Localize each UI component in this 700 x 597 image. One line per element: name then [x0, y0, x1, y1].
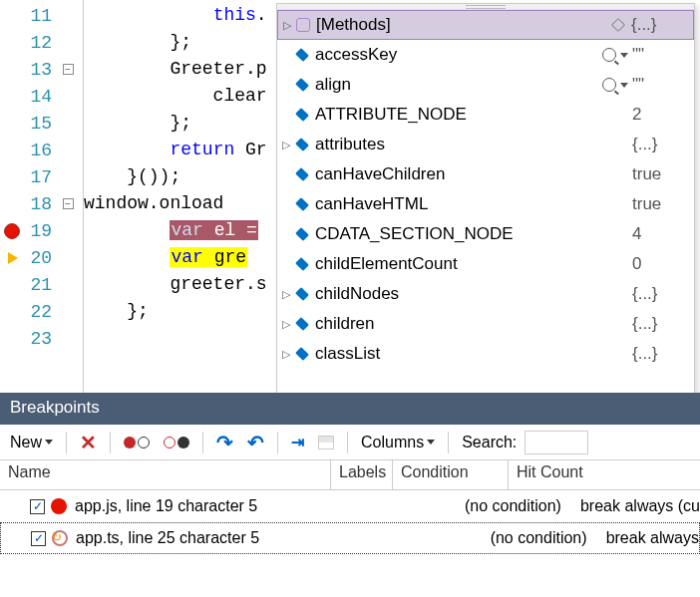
member-value: true: [628, 164, 688, 184]
undo-icon: ↶: [247, 431, 264, 454]
field-icon: [293, 345, 311, 363]
field-icon: [293, 255, 311, 273]
line-number: 14: [24, 87, 58, 107]
breakpoint-glyph-icon[interactable]: [4, 223, 20, 239]
breakpoints-list: ✓ app.js, line 19 character 5 (no condit…: [0, 490, 700, 554]
enable-icon: [124, 437, 150, 448]
col-name[interactable]: Name: [0, 460, 331, 489]
new-breakpoint-button[interactable]: New: [4, 431, 59, 454]
line-number: 17: [24, 167, 58, 187]
pin-icon[interactable]: [611, 18, 625, 32]
intellisense-popup[interactable]: ▷ [Methods] {...} accessKey"" align"" AT…: [276, 3, 695, 397]
search-input[interactable]: [525, 431, 588, 454]
member-name: classList: [315, 344, 628, 364]
breakpoint-row[interactable]: ✓ app.js, line 19 character 5 (no condit…: [0, 490, 700, 522]
popup-row[interactable]: ▷childNodes{...}: [277, 279, 694, 309]
dropdown-icon[interactable]: [620, 53, 628, 58]
member-name: ATTRIBUTE_NODE: [315, 105, 628, 125]
bp-name: app.ts, line 25 character 5: [76, 529, 429, 547]
field-icon: [293, 315, 311, 333]
field-icon: [293, 106, 311, 124]
checkbox[interactable]: ✓: [31, 531, 46, 546]
expand-icon[interactable]: ▷: [280, 19, 294, 32]
export-button[interactable]: ↷: [210, 428, 239, 457]
goto-disassembly-button[interactable]: [312, 433, 340, 452]
enable-all-button[interactable]: [118, 434, 156, 451]
gutter: 11 12 13− 14 15 16 17 18− 19 20 21 22 23: [0, 0, 84, 393]
separator: [66, 432, 67, 453]
goto-source-button[interactable]: ⇥: [285, 430, 310, 454]
popup-row-methods[interactable]: ▷ [Methods] {...}: [277, 10, 694, 40]
member-name: canHaveChildren: [315, 164, 628, 184]
columns-button[interactable]: Columns: [355, 431, 441, 454]
line-number: 21: [24, 275, 58, 295]
current-line-arrow-icon: [8, 252, 18, 264]
separator: [347, 432, 348, 453]
separator: [277, 432, 278, 453]
member-name: children: [315, 314, 628, 334]
member-value: {...}: [628, 314, 688, 334]
dropdown-icon[interactable]: [620, 83, 628, 88]
popup-row[interactable]: canHaveChildrentrue: [277, 159, 694, 189]
line-number: 22: [24, 302, 58, 322]
import-button[interactable]: ↶: [241, 428, 270, 457]
delete-breakpoint-button[interactable]: ✕: [74, 428, 103, 457]
expand-icon[interactable]: ▷: [279, 348, 293, 361]
checkbox[interactable]: ✓: [30, 499, 45, 514]
field-icon: [293, 225, 311, 243]
disable-all-button[interactable]: [158, 434, 195, 451]
line-number: 20: [24, 248, 58, 268]
search-label: Search:: [456, 431, 523, 454]
line-number: 19: [24, 221, 58, 241]
member-name: CDATA_SECTION_NODE: [315, 224, 628, 244]
member-name: accessKey: [315, 45, 602, 65]
fold-toggle[interactable]: −: [63, 64, 74, 75]
popup-row[interactable]: accessKey"": [277, 40, 694, 70]
popup-row[interactable]: ATTRIBUTE_NODE2: [277, 100, 694, 130]
col-condition[interactable]: Condition: [393, 460, 509, 489]
mapped-breakpoint-icon: [52, 530, 68, 546]
expand-icon[interactable]: ▷: [279, 139, 293, 151]
popup-row[interactable]: CDATA_SECTION_NODE4: [277, 219, 694, 249]
line-number: 11: [24, 6, 58, 26]
goto-icon: ⇥: [291, 433, 304, 451]
member-name: align: [315, 75, 602, 95]
separator: [448, 432, 449, 453]
popup-row[interactable]: ▷attributes{...}: [277, 130, 694, 159]
breakpoints-panel: Breakpoints New ✕ ↷ ↶ ⇥ Columns Search: …: [0, 393, 700, 597]
breakpoint-icon: [51, 498, 67, 514]
member-value: "": [628, 75, 688, 95]
magnifier-icon[interactable]: [602, 78, 616, 92]
breakpoint-row[interactable]: ✓ app.ts, line 25 character 5 (no condit…: [0, 522, 700, 554]
field-icon: [293, 136, 311, 153]
popup-row[interactable]: align"": [277, 70, 694, 100]
magnifier-icon[interactable]: [602, 48, 616, 62]
expand-icon[interactable]: ▷: [279, 288, 293, 301]
member-value: 4: [628, 224, 688, 244]
disable-icon: [164, 437, 189, 448]
col-labels[interactable]: Labels: [331, 460, 393, 489]
member-value: "": [628, 45, 688, 65]
member-value: {...}: [627, 15, 687, 35]
fold-toggle[interactable]: −: [63, 198, 74, 209]
member-name: [Methods]: [316, 15, 609, 35]
member-value: {...}: [628, 135, 688, 154]
popup-row[interactable]: ▷children{...}: [277, 309, 694, 339]
member-name: childElementCount: [315, 254, 628, 274]
field-icon: [293, 46, 311, 64]
field-icon: [293, 76, 311, 94]
bp-hit: break always (cu: [580, 497, 700, 515]
member-value: 0: [628, 254, 688, 274]
popup-row[interactable]: childElementCount0: [277, 249, 694, 279]
line-number: 16: [24, 141, 58, 160]
line-number: 12: [24, 33, 58, 53]
member-value: {...}: [628, 344, 688, 364]
member-value: 2: [628, 105, 688, 125]
breakpoints-header: Name Labels Condition Hit Count: [0, 460, 700, 490]
method-icon: [294, 16, 312, 34]
popup-row[interactable]: ▷classList{...}: [277, 339, 694, 369]
expand-icon[interactable]: ▷: [279, 318, 293, 331]
member-name: childNodes: [315, 284, 628, 304]
popup-row[interactable]: canHaveHTMLtrue: [277, 189, 694, 219]
col-hit[interactable]: Hit Count: [509, 460, 700, 489]
